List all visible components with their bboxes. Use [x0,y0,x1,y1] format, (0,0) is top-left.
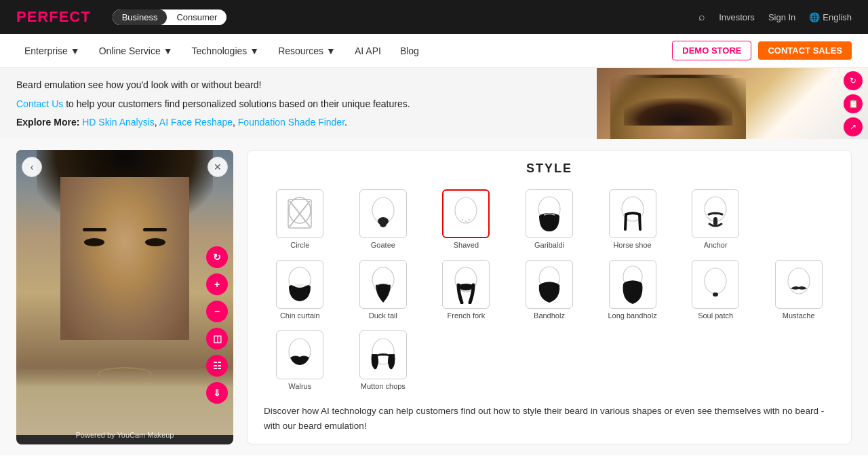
photo-eyebrows [71,228,179,233]
copy-icon[interactable]: 📋 [844,94,863,113]
walrus-beard-icon [283,335,317,375]
svg-point-8 [462,219,463,221]
svg-point-9 [465,221,467,222]
french-fork-beard-icon [449,265,483,304]
banner-face-graphic [597,68,868,139]
business-toggle[interactable]: Business [113,10,167,25]
nav-blog[interactable]: Blog [392,34,427,68]
chevron-down-icon: ▼ [163,45,173,56]
style-french-fork[interactable]: French fork [427,257,505,322]
photo-right-eye [145,238,165,246]
download-button[interactable]: ⇓ [206,382,228,404]
empty-cell [775,189,823,238]
chin-curtain-icon-wrap [276,260,323,309]
bandholz-label: Bandholz [534,311,565,320]
banner-image: ↻ 📋 ↗ [597,68,868,139]
photo-necklace [98,367,152,381]
circle-icon-wrap [276,189,323,238]
anchor-label: Anchor [704,241,728,249]
mutton-chops-icon-wrap [359,330,407,379]
svg-point-27 [788,268,810,294]
style-garibaldi[interactable]: Garibaldi [511,187,589,252]
consumer-toggle[interactable]: Consumer [167,10,226,25]
signin-link[interactable]: Sign In [768,12,795,22]
svg-point-12 [467,222,469,223]
photo-right-eyebrow [143,228,167,231]
style-goatee[interactable]: Goatee [344,187,422,252]
style-bandholz[interactable]: Bandholz [511,257,589,322]
svg-point-26 [713,292,718,297]
walrus-label: Walrus [288,382,311,390]
language-selector[interactable]: 🌐 English [809,12,852,22]
mode-toggle[interactable]: Business Consumer [113,10,227,25]
style-chin-curtain[interactable]: Chin curtain [261,257,339,322]
nav-resources[interactable]: Resources ▼ [270,34,344,68]
nav-enterprise[interactable]: Enterprise ▼ [16,34,88,68]
duck-tail-label: Duck tail [369,311,397,320]
style-duck-tail[interactable]: Duck tail [344,257,422,322]
bandholz-beard-icon [532,265,566,304]
garibaldi-label: Garibaldi [534,241,564,249]
banner-action-buttons: ↻ 📋 ↗ [844,71,863,136]
compare-button[interactable]: ◫ [206,328,228,349]
mustache-label: Mustache [783,311,815,320]
prev-photo-button[interactable]: ‹ [22,157,42,177]
long-bandholz-label: Long bandholz [608,311,656,320]
long-bandholz-beard-icon [616,265,650,304]
search-icon[interactable]: ⌕ [698,11,705,23]
style-mustache[interactable]: Mustache [760,257,837,322]
horseshoe-beard-icon [616,194,650,233]
zoom-in-button[interactable]: + [206,273,228,295]
zoom-out-button[interactable]: − [206,301,228,322]
style-walrus[interactable]: Walrus [261,328,339,393]
shaved-beard-icon [449,194,483,233]
garibaldi-beard-icon [532,194,566,233]
goatee-beard-icon [366,194,400,233]
goatee-icon-wrap [359,189,407,238]
link-icon[interactable]: ↗ [844,117,863,136]
top-navigation: PERFECT Business Consumer ⌕ Investors Si… [0,0,868,34]
language-label: English [823,12,852,22]
style-horseshoe[interactable]: Horse shoe [593,187,671,252]
face-reshape-link[interactable]: AI Face Reshape [159,117,233,128]
style-anchor[interactable]: Anchor [677,187,755,252]
demo-store-button[interactable]: DEMO STORE [672,41,751,60]
reset-button[interactable]: ↻ [206,246,228,268]
close-button[interactable]: ✕ [208,157,228,177]
french-fork-label: French fork [448,311,486,320]
svg-point-6 [380,221,387,227]
banner-text-content: Beard emulation see how you'd look with … [0,68,597,139]
garibaldi-icon-wrap [526,189,573,238]
photo-left-eyebrow [83,228,106,231]
style-empty-1 [760,187,837,252]
photo-watermark: Powered by YouCam Makeup [76,431,174,439]
nav-ai-api[interactable]: AI API [347,34,389,68]
style-row-3: Walrus Mutton chops [261,328,837,393]
svg-line-15 [625,214,626,229]
style-shaved[interactable]: Shaved [427,187,505,252]
soul-patch-beard-icon [698,265,732,304]
investors-link[interactable]: Investors [719,12,755,22]
hd-skin-link[interactable]: HD Skin Analysis [82,117,155,128]
share-icon[interactable]: ↻ [844,71,863,90]
nav-technologies[interactable]: Technologies ▼ [184,34,268,68]
style-description: Discover how AI technology can help cust… [261,404,837,433]
banner-explore: Explore More: HD Skin Analysis, AI Face … [16,115,580,130]
style-row-2: Chin curtain Duck tail [261,257,837,322]
style-circle[interactable]: Circle [261,187,339,252]
contact-us-link[interactable]: Contact Us [16,98,63,109]
style-soul-patch[interactable]: Soul patch [677,257,755,322]
grid-button[interactable]: ☷ [206,355,228,377]
nav-online-service[interactable]: Online Service ▼ [91,34,181,68]
style-long-bandholz[interactable]: Long bandholz [593,257,671,322]
anchor-beard-icon [698,194,732,233]
french-fork-icon-wrap [442,260,490,309]
long-bandholz-icon-wrap [609,260,656,309]
mutton-chops-label: Mutton chops [361,382,406,390]
main-navigation: Enterprise ▼ Online Service ▼ Technologi… [0,34,868,68]
bandholz-icon-wrap [526,260,573,309]
style-mutton-chops[interactable]: Mutton chops [344,328,422,393]
goatee-label: Goatee [371,241,395,249]
contact-sales-button[interactable]: CONTACT SALES [758,41,852,60]
foundation-shade-link[interactable]: Foundation Shade Finder [238,117,344,128]
